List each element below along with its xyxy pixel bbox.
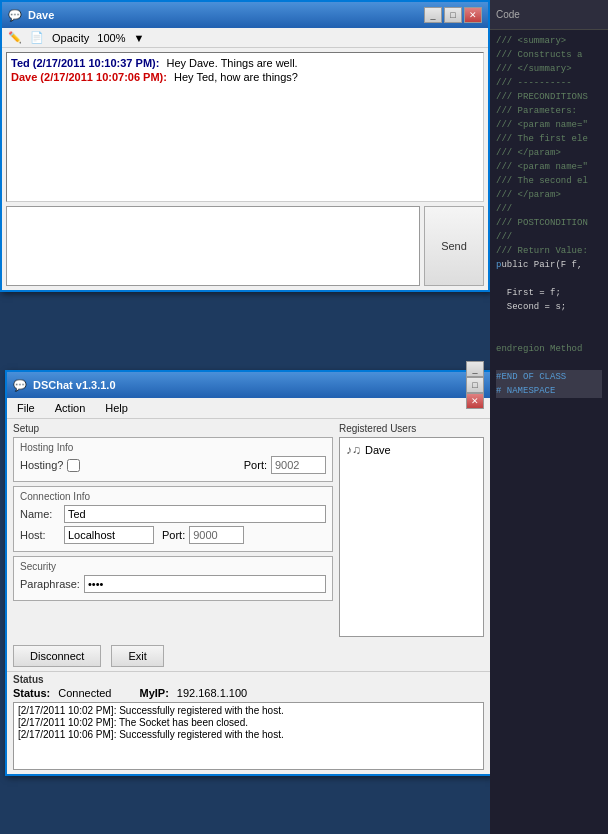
menu-action[interactable]: Action: [51, 400, 90, 416]
host-input[interactable]: [64, 526, 154, 544]
code-line: [496, 328, 602, 342]
dave-minimize-button[interactable]: _: [424, 7, 442, 23]
dave-chat-area: Ted (2/17/2011 10:10:37 PM): Hey Dave. T…: [6, 52, 484, 202]
code-line: endregion Method: [496, 342, 602, 356]
status-value: Connected: [58, 687, 111, 699]
security-section: Security Paraphrase:: [13, 556, 333, 601]
code-editor-panel: Code /// <summary> /// Constructs a /// …: [490, 0, 608, 834]
chat-text-1: Hey Dave. Things are well.: [166, 57, 297, 69]
dschat-minimize-button[interactable]: _: [466, 361, 484, 377]
connection-info-label: Connection Info: [20, 491, 326, 502]
dave-input-area: Send: [6, 206, 484, 286]
chat-text-2: Hey Ted, how are things?: [174, 71, 298, 83]
status-section: Status Status: Connected MyIP: 192.168.1…: [7, 671, 490, 774]
code-line: /// Constructs a: [496, 48, 602, 62]
dschat-body: Setup Hosting Info Hosting? Port: Connec…: [7, 419, 490, 641]
code-line: [496, 356, 602, 370]
hosting-info-section: Hosting Info Hosting? Port:: [13, 437, 333, 482]
conn-port-input[interactable]: [189, 526, 244, 544]
exit-button[interactable]: Exit: [111, 645, 163, 667]
menu-file[interactable]: File: [13, 400, 39, 416]
code-line: /// The first ele: [496, 132, 602, 146]
code-editor-header: Code: [490, 0, 608, 30]
code-line: ///: [496, 202, 602, 216]
code-line: [496, 272, 602, 286]
user-dave-icon: ♪♫: [346, 443, 361, 457]
opacity-value: 100%: [97, 32, 125, 44]
dschat-window-title: DSChat v1.3.1.0: [33, 379, 116, 391]
dave-window-controls: _ □ ✕: [424, 7, 482, 23]
dschat-titlebar: 💬 DSChat v1.3.1.0 _ □ ✕: [7, 372, 490, 398]
dave-close-button[interactable]: ✕: [464, 7, 482, 23]
paraphrase-row: Paraphrase:: [20, 575, 326, 593]
code-line: /// <param name=": [496, 118, 602, 132]
hosting-port-label: Port:: [244, 459, 267, 471]
paraphrase-input[interactable]: [84, 575, 326, 593]
toolbar-icon-1: ✏️: [8, 31, 22, 44]
menu-help[interactable]: Help: [101, 400, 132, 416]
hosting-label: Hosting?: [20, 459, 63, 471]
dave-window-icon: 💬: [8, 9, 22, 22]
opacity-dropdown-icon[interactable]: ▼: [133, 32, 144, 44]
code-line: [496, 314, 602, 328]
dschat-window: 💬 DSChat v1.3.1.0 _ □ ✕ File Action Help…: [5, 370, 492, 776]
status-row: Status: Connected MyIP: 192.168.1.100: [13, 687, 484, 699]
status-log: [2/17/2011 10:02 PM]: Successfully regis…: [13, 702, 484, 770]
code-line: #END OF CLASS: [496, 370, 602, 384]
code-line: # NAMESPACE: [496, 384, 602, 398]
user-dave: ♪♫ Dave: [344, 442, 479, 458]
hosting-port-input[interactable]: [271, 456, 326, 474]
dave-window-title: Dave: [28, 9, 54, 21]
dave-maximize-button[interactable]: □: [444, 7, 462, 23]
code-line: /// Parameters:: [496, 104, 602, 118]
paraphrase-label: Paraphrase:: [20, 578, 80, 590]
chat-sender-ted: Ted (2/17/2011 10:10:37 PM):: [11, 57, 159, 69]
dave-chat-window: 💬 Dave _ □ ✕ ✏️ 📄 Opacity 100% ▼ Ted (2/…: [0, 0, 490, 292]
code-line: /// Return Value:: [496, 244, 602, 258]
code-line: /// ----------: [496, 76, 602, 90]
registered-users-title: Registered Users: [339, 423, 484, 434]
host-label: Host:: [20, 529, 60, 541]
status-title: Status: [13, 674, 484, 685]
registered-users-list: ♪♫ Dave: [339, 437, 484, 637]
code-editor-label: Code: [496, 9, 520, 20]
dave-message-input[interactable]: [6, 206, 420, 286]
conn-port-label: Port:: [162, 529, 185, 541]
code-line: /// The second el: [496, 174, 602, 188]
security-label: Security: [20, 561, 326, 572]
opacity-label: Opacity: [52, 32, 89, 44]
dave-send-button[interactable]: Send: [424, 206, 484, 286]
chat-message-1: Ted (2/17/2011 10:10:37 PM): Hey Dave. T…: [11, 57, 479, 69]
name-row: Name:: [20, 505, 326, 523]
code-line: /// POSTCONDITION: [496, 216, 602, 230]
dschat-window-controls: _ □ ✕: [466, 361, 484, 409]
setup-section-title: Setup: [13, 423, 333, 434]
code-line: First = f;: [496, 286, 602, 300]
code-line: /// </param>: [496, 188, 602, 202]
code-content: /// <summary> /// Constructs a /// </sum…: [490, 30, 608, 402]
name-input[interactable]: [64, 505, 326, 523]
code-line: /// <param name=": [496, 160, 602, 174]
status-label: Status:: [13, 687, 50, 699]
name-label: Name:: [20, 508, 60, 520]
toolbar-icon-2: 📄: [30, 31, 44, 44]
dschat-left-panel: Setup Hosting Info Hosting? Port: Connec…: [13, 423, 333, 637]
code-line: /// <summary>: [496, 34, 602, 48]
chat-message-2: Dave (2/17/2011 10:07:06 PM): Hey Ted, h…: [11, 71, 479, 83]
user-dave-name: Dave: [365, 444, 391, 456]
code-line: /// </param>: [496, 146, 602, 160]
disconnect-button[interactable]: Disconnect: [13, 645, 101, 667]
dave-titlebar: 💬 Dave _ □ ✕: [2, 2, 488, 28]
log-entry-3: [2/17/2011 10:06 PM]: Successfully regis…: [18, 729, 479, 740]
action-buttons-row: Disconnect Exit: [7, 641, 490, 671]
dschat-close-button[interactable]: ✕: [466, 393, 484, 409]
dschat-menubar: File Action Help: [7, 398, 490, 419]
code-line: Second = s;: [496, 300, 602, 314]
myip-value: 192.168.1.100: [177, 687, 247, 699]
code-line: /// </summary>: [496, 62, 602, 76]
myip-label: MyIP:: [140, 687, 169, 699]
log-entry-2: [2/17/2011 10:02 PM]: The Socket has bee…: [18, 717, 479, 728]
hosting-row: Hosting? Port:: [20, 456, 326, 474]
hosting-checkbox[interactable]: [67, 459, 80, 472]
dschat-maximize-button[interactable]: □: [466, 377, 484, 393]
